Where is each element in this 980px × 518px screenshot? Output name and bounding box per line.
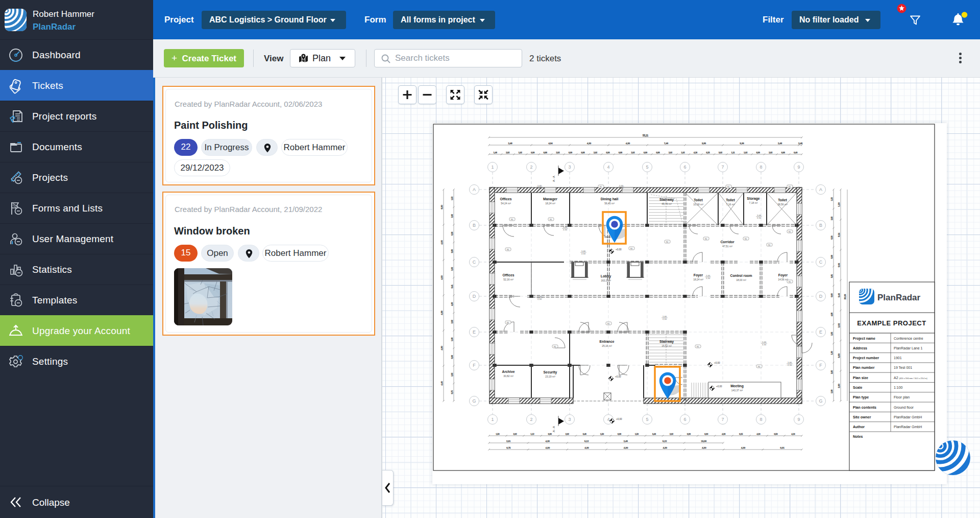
svg-text:Dining hall: Dining hall <box>601 197 619 201</box>
svg-text:4,00: 4,00 <box>440 240 443 245</box>
svg-text:1,52: 1,52 <box>451 197 453 200</box>
svg-text:4,30: 4,30 <box>585 446 590 449</box>
svg-text:2,02: 2,02 <box>506 152 509 154</box>
svg-text:3,03: 3,03 <box>838 354 840 358</box>
svg-text:Archive: Archive <box>502 370 515 373</box>
svg-text:1,30: 1,30 <box>831 351 833 355</box>
svg-text:4,00: 4,00 <box>440 275 443 280</box>
svg-text:90: 90 <box>768 244 771 246</box>
svg-text:D: D <box>819 294 823 299</box>
svg-text:90: 90 <box>600 185 602 188</box>
svg-text:0,99: 0,99 <box>618 433 621 435</box>
svg-text:2,02: 2,02 <box>670 433 673 435</box>
svg-text:5,22: 5,22 <box>663 440 667 442</box>
svg-text:0,99: 0,99 <box>644 152 647 154</box>
svg-text:Plan size: Plan size <box>853 376 868 380</box>
svg-text:8,30: 8,30 <box>440 205 443 209</box>
svg-text:0,88: 0,88 <box>656 152 660 154</box>
svg-text:Foyer: Foyer <box>778 273 788 277</box>
svg-text:B: B <box>473 223 476 228</box>
svg-text:+0,00: +0,00 <box>616 248 622 251</box>
svg-text:15,52 m²: 15,52 m² <box>662 344 672 347</box>
svg-text:2,48: 2,48 <box>508 142 512 145</box>
svg-text:C: C <box>473 260 476 265</box>
svg-text:C: C <box>819 260 823 265</box>
svg-text:2,30: 2,30 <box>831 390 833 393</box>
svg-text:1:100: 1:100 <box>894 386 903 389</box>
svg-text:2,02: 2,02 <box>631 152 635 154</box>
svg-text:Toilet: Toilet <box>726 198 735 202</box>
svg-text:90: 90 <box>511 218 513 221</box>
svg-text:A - A: A - A <box>552 176 555 182</box>
svg-text:1,48: 1,48 <box>494 152 497 154</box>
svg-text:3: 3 <box>568 164 571 170</box>
svg-text:0,41: 0,41 <box>451 285 453 288</box>
svg-text:2,46: 2,46 <box>624 440 628 442</box>
svg-text:7: 7 <box>721 417 724 422</box>
svg-text:Plan number: Plan number <box>853 366 875 369</box>
svg-text:Toilet: Toilet <box>694 198 703 202</box>
svg-text:2,10: 2,10 <box>537 187 542 190</box>
svg-text:Address: Address <box>853 346 867 350</box>
svg-text:+0,00: +0,00 <box>616 418 622 420</box>
svg-text:4: 4 <box>607 164 609 170</box>
svg-text:90: 90 <box>745 238 747 240</box>
svg-text:19 Test 001: 19 Test 001 <box>894 366 912 369</box>
svg-text:90: 90 <box>507 321 509 324</box>
svg-text:55,11: 55,11 <box>643 134 649 137</box>
svg-text:90: 90 <box>758 365 761 368</box>
svg-text:0,28: 0,28 <box>451 232 453 236</box>
svg-text:4,54: 4,54 <box>548 142 553 145</box>
svg-text:10,18 m²: 10,18 m² <box>693 203 703 206</box>
svg-text:0,99: 0,99 <box>548 433 552 435</box>
svg-text:4,38: 4,38 <box>440 311 443 315</box>
svg-text:0,88: 0,88 <box>781 152 785 154</box>
svg-text:3,01: 3,01 <box>831 274 833 278</box>
svg-text:Foyer: Foyer <box>694 273 703 277</box>
svg-text:2,02: 2,02 <box>669 152 672 154</box>
svg-text:56,45 m²: 56,45 m² <box>604 202 615 205</box>
svg-text:2,48: 2,48 <box>798 142 803 145</box>
svg-text:Conference centre: Conference centre <box>894 337 923 340</box>
svg-text:1,02: 1,02 <box>519 152 522 154</box>
svg-text:6: 6 <box>683 417 686 422</box>
svg-text:1,50: 1,50 <box>600 433 604 435</box>
svg-text:0,98: 0,98 <box>451 355 453 359</box>
svg-text:1,52: 1,52 <box>831 197 833 201</box>
svg-text:90: 90 <box>789 280 791 283</box>
svg-text:54,24 m²: 54,24 m² <box>501 202 511 205</box>
svg-text:EXAMPLE PROJECT: EXAMPLE PROJECT <box>857 319 926 327</box>
svg-text:8: 8 <box>760 164 762 170</box>
svg-text:0,98: 0,98 <box>831 255 833 258</box>
svg-text:Floor plan: Floor plan <box>894 395 910 399</box>
svg-text:1: 1 <box>491 164 494 170</box>
svg-text:2,02: 2,02 <box>838 323 840 327</box>
svg-text:2,02: 2,02 <box>556 152 559 154</box>
svg-text:PlanRadar GmbH: PlanRadar GmbH <box>894 425 922 429</box>
svg-text:4,30: 4,30 <box>624 446 628 449</box>
svg-text:0,50: 0,50 <box>774 433 777 435</box>
svg-text:2,02: 2,02 <box>566 433 569 435</box>
svg-text:B: B <box>819 223 822 228</box>
svg-text:A: A <box>819 187 822 192</box>
svg-text:Control room: Control room <box>730 274 752 277</box>
svg-text:Toilet: Toilet <box>778 198 787 202</box>
svg-text:2: 2 <box>530 417 532 422</box>
svg-text:0,99: 0,99 <box>687 433 691 435</box>
svg-text:4,30: 4,30 <box>546 446 550 449</box>
svg-text:90: 90 <box>789 230 791 233</box>
svg-text:0,99: 0,99 <box>569 152 572 154</box>
svg-text:0,15: 0,15 <box>739 433 743 435</box>
svg-text:3,08: 3,08 <box>451 249 453 253</box>
svg-text:Storage: Storage <box>747 197 760 201</box>
svg-text:7,16 m²: 7,16 m² <box>726 203 735 206</box>
svg-text:1,50: 1,50 <box>635 433 639 435</box>
svg-text:6: 6 <box>683 164 686 170</box>
svg-text:15,38: 15,38 <box>701 440 707 442</box>
svg-text:163,3 m²: 163,3 m² <box>601 279 611 282</box>
svg-text:90: 90 <box>630 247 633 250</box>
svg-text:Project number: Project number <box>853 356 879 360</box>
svg-text:PlanRadar GmbH: PlanRadar GmbH <box>894 415 922 419</box>
svg-text:0,31: 0,31 <box>780 446 785 449</box>
svg-text:3,95: 3,95 <box>702 142 706 145</box>
